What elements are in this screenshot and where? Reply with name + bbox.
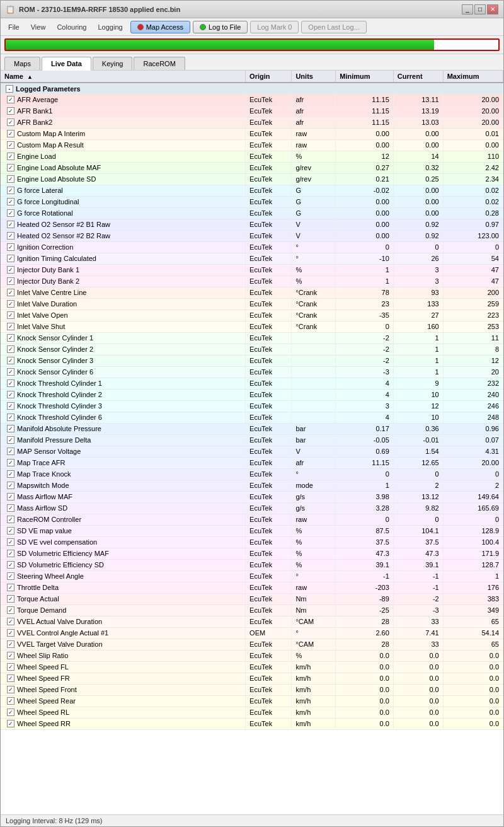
table-row[interactable]: Wheel Speed RearEcuTekkm/h0.00.00.0 [1,695,503,707]
table-row[interactable]: Injector Duty Bank 2EcuTek%1347 [1,275,503,287]
row-checkbox[interactable] [7,209,14,217]
table-row[interactable]: Knock Sensor Cylinder 3EcuTek-2112 [1,355,503,366]
row-checkbox[interactable] [7,345,14,353]
menu-file[interactable]: File [3,21,25,33]
table-row[interactable]: Wheel Speed FREcuTekkm/h0.00.00.0 [1,673,503,684]
row-checkbox[interactable] [7,482,14,489]
table-row[interactable]: SD VE vvel compensationEcuTek%37.537.510… [1,536,503,548]
col-header-name[interactable]: Name ▲ [1,71,246,83]
tab-live-data[interactable]: Live Data [42,57,91,71]
table-row[interactable]: AFR Bank2EcuTekafr11.1513.0320.00 [1,117,503,128]
row-checkbox[interactable] [7,277,14,285]
row-checkbox[interactable] [7,300,14,308]
table-row[interactable]: Custom Map A InterimEcuTekraw0.000.000.0… [1,128,503,139]
row-checkbox[interactable] [7,516,14,523]
tab-racerom[interactable]: RaceROM [134,57,185,70]
row-checkbox[interactable] [7,414,14,421]
table-row[interactable]: AFR Bank1EcuTekafr11.1513.1920.00 [1,105,503,117]
row-checkbox[interactable] [7,107,14,115]
table-row[interactable]: Engine LoadEcuTek%1214110 [1,151,503,162]
table-row[interactable]: Wheel Speed RLEcuTekkm/h0.00.00.0 [1,707,503,718]
table-row[interactable]: Ignition Timing CalculatedEcuTek°-102654 [1,253,503,264]
row-checkbox[interactable] [7,255,14,262]
row-checkbox[interactable] [7,323,14,330]
table-row[interactable]: Inlet Valve OpenEcuTek°Crank-3527223 [1,309,503,321]
table-row[interactable]: Knock Threshold Cylinder 1EcuTek49232 [1,378,503,389]
row-checkbox[interactable] [7,504,14,512]
table-row[interactable]: VVEL Target Valve DurationEcuTek°CAM2833… [1,639,503,650]
row-checkbox[interactable] [7,175,14,183]
close-button[interactable]: ✕ [487,4,498,14]
table-row[interactable]: G force RotationalEcuTekG0.000.000.28 [1,207,503,219]
row-checkbox[interactable] [7,538,14,546]
table-row[interactable]: G force LateralEcuTekG-0.020.000.02 [1,185,503,196]
table-row[interactable]: Throttle DeltaEcuTekraw-203-1176 [1,582,503,593]
row-checkbox[interactable] [7,436,14,444]
menu-view[interactable]: View [26,21,51,33]
row-checkbox[interactable] [7,232,14,240]
table-row[interactable]: Torque ActualEcuTekNm-89-2383 [1,593,503,604]
tab-keying[interactable]: Keying [93,57,133,70]
table-row[interactable]: Wheel Speed FLEcuTekkm/h0.00.00.0 [1,661,503,673]
table-row[interactable]: Knock Threshold Cylinder 3EcuTek312246 [1,400,503,412]
row-checkbox[interactable] [7,334,14,342]
row-checkbox[interactable] [7,572,14,580]
row-checkbox[interactable] [7,289,14,296]
table-row[interactable]: Mass Airflow MAFEcuTekg/s3.9813.12149.64 [1,491,503,502]
table-row[interactable]: Heated O2 Sensor #2 B1 RawEcuTekV0.000.9… [1,219,503,230]
row-checkbox[interactable] [7,368,14,376]
table-row[interactable]: SD VE map valueEcuTek%87.5104.1128.9 [1,525,503,536]
row-checkbox[interactable] [7,618,14,625]
row-checkbox[interactable] [7,357,14,364]
table-row[interactable]: Knock Sensor Cylinder 2EcuTek-218 [1,344,503,355]
table-row[interactable]: Knock Sensor Cylinder 6EcuTek-3120 [1,366,503,378]
table-row[interactable]: Knock Sensor Cylinder 1EcuTek-2111 [1,332,503,344]
log-to-file-button[interactable]: Log to File [193,21,248,33]
table-row[interactable]: Manifold Pressure DeltaEcuTekbar-0.05-0.… [1,434,503,446]
table-row[interactable]: SD Volumetric Efficiency SDEcuTek%39.139… [1,559,503,570]
row-checkbox[interactable] [7,720,14,727]
data-table-container[interactable]: Name ▲ Origin Units Minimum Current Maxi… [1,71,503,814]
menu-logging[interactable]: Logging [93,21,127,33]
row-checkbox[interactable] [7,198,14,205]
row-checkbox[interactable] [7,425,14,432]
row-checkbox[interactable] [7,391,14,398]
map-access-button[interactable]: Map Access [130,21,190,33]
row-checkbox[interactable] [7,459,14,466]
row-checkbox[interactable] [7,311,14,319]
table-row[interactable]: RaceROM ControllerEcuTekraw000 [1,514,503,525]
table-row[interactable]: VVEL Actual Valve DurationEcuTek°CAM2833… [1,616,503,627]
table-row[interactable]: Heated O2 Sensor #2 B2 RawEcuTekV0.000.9… [1,230,503,241]
row-checkbox[interactable] [7,674,14,682]
row-checkbox[interactable] [7,527,14,535]
row-checkbox[interactable] [7,493,14,500]
table-row[interactable]: AFR AverageEcuTekafr11.1513.1120.00 [1,94,503,105]
table-row[interactable]: Engine Load Absolute MAFEcuTekg/rev0.270… [1,162,503,173]
row-checkbox[interactable] [7,561,14,569]
row-checkbox[interactable] [7,187,14,194]
table-row[interactable]: Mapswitch ModeEcuTekmode122 [1,480,503,491]
row-checkbox[interactable] [7,153,14,160]
row-checkbox[interactable] [7,96,14,103]
minimize-button[interactable]: _ [462,4,473,14]
table-row[interactable]: Inlet Valve DurationEcuTek°Crank23133259 [1,298,503,309]
table-row[interactable]: Steering Wheel AngleEcuTek°-1-11 [1,570,503,582]
row-checkbox[interactable] [7,697,14,705]
maximize-button[interactable]: □ [474,4,486,14]
table-row[interactable]: Inlet Valve ShutEcuTek°Crank0160253 [1,321,503,332]
tab-maps[interactable]: Maps [4,57,40,70]
row-checkbox[interactable] [7,629,14,637]
row-checkbox[interactable] [7,130,14,137]
table-row[interactable]: Wheel Slip RatioEcuTek%0.00.00.0 [1,650,503,661]
row-checkbox[interactable] [7,141,14,149]
row-checkbox[interactable] [7,470,14,478]
table-row[interactable]: Mass Airflow SDEcuTekg/s3.289.82165.69 [1,502,503,514]
row-checkbox[interactable] [7,243,14,251]
row-checkbox[interactable] [7,119,14,126]
row-checkbox[interactable] [7,402,14,410]
table-row[interactable]: Knock Threshold Cylinder 6EcuTek410248 [1,412,503,423]
table-row[interactable]: VVEL Control Angle Actual #1OEM°2.607.41… [1,627,503,639]
row-checkbox[interactable] [7,686,14,693]
row-checkbox[interactable] [7,448,14,455]
row-checkbox[interactable] [7,164,14,171]
